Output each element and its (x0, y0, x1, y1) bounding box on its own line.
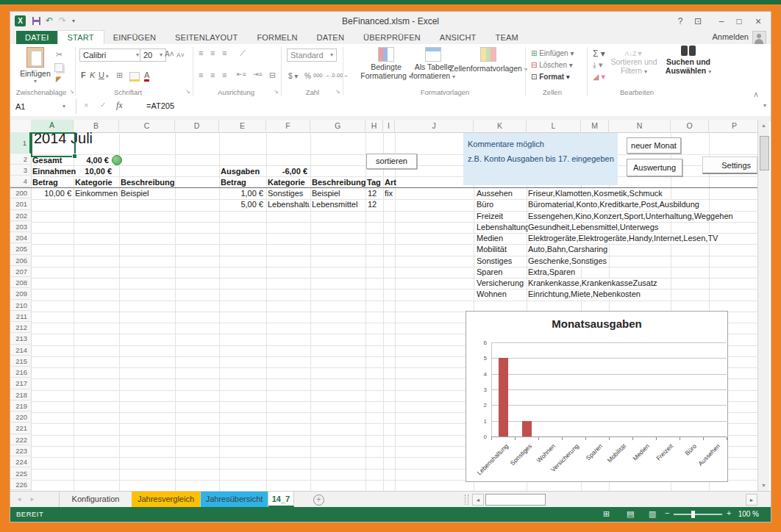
close-icon[interactable]: × (750, 15, 766, 28)
header-left-beschreibung[interactable]: Beschreibung (121, 178, 174, 187)
row-header-217[interactable]: 217 (10, 378, 30, 389)
increase-decimal-icon[interactable]: ←.0 (325, 72, 335, 79)
sheet-tab-14_7[interactable]: 14_7 (268, 492, 294, 507)
ribbon-tab-daten[interactable]: DATEN (307, 31, 354, 44)
row-header-204[interactable]: 204 (10, 233, 30, 243)
cell-g201-beschreibung[interactable]: Lebensmittel (312, 200, 357, 209)
page-break-view-icon[interactable]: ▥ (649, 509, 656, 519)
clipboard-dialog-launcher-icon[interactable]: ↘ (69, 88, 74, 95)
header-left-betrag[interactable]: Betrag (32, 178, 58, 187)
category-items[interactable]: Geschenke,Sonstiges (528, 256, 608, 266)
cell-styles-button[interactable]: Zellenformatvorlagen ▾ (446, 47, 531, 73)
category-items[interactable]: Essengehen,Kino,Konzert,Sport,Unterhaltu… (528, 212, 735, 221)
column-header-M[interactable]: M (581, 120, 609, 133)
ribbon-tab-start[interactable]: START (58, 31, 104, 44)
header-right-tag[interactable]: Tag (367, 178, 381, 187)
select-all-corner[interactable] (10, 120, 32, 133)
scroll-right-icon[interactable]: ► (746, 494, 757, 506)
cell-h201-tag[interactable]: 12 (368, 200, 377, 209)
category-items[interactable]: Extra,Sparen (528, 267, 577, 277)
grow-font-icon[interactable]: A˄ (165, 50, 174, 58)
neuer-monat-button[interactable]: neuer Monat (627, 137, 681, 154)
ribbon-tab-formeln[interactable]: FORMELN (247, 31, 307, 44)
font-dialog-launcher-icon[interactable]: ↘ (185, 88, 190, 95)
align-right-icon[interactable]: ≡ (222, 71, 227, 79)
formula-input[interactable]: =AT205 (146, 101, 174, 110)
settings-button[interactable]: Settings (702, 157, 757, 174)
row-header-208[interactable]: 208 (10, 278, 30, 288)
header-right-art[interactable]: Art (385, 178, 396, 187)
zoom-in-icon[interactable]: + (727, 508, 731, 517)
align-top-icon[interactable]: ≡ (199, 48, 203, 57)
ribbon-tab-überprüfen[interactable]: ÜBERPRÜFEN (354, 31, 430, 44)
category-name[interactable]: Versicherung (477, 278, 525, 288)
monatsausgaben-chart[interactable]: Monatsausgaben 0123456LebenshaltungSonst… (466, 311, 728, 482)
category-name[interactable]: Wohnen (477, 290, 508, 299)
row-header-218[interactable]: 218 (10, 390, 30, 400)
wrap-text-icon[interactable]: ⊟ (269, 71, 276, 80)
row-header-215[interactable]: 215 (10, 356, 30, 367)
font-color-icon[interactable]: A (144, 71, 149, 82)
help-icon[interactable]: ? (672, 15, 688, 28)
category-name[interactable]: Büro (477, 200, 495, 209)
row-header-224[interactable]: 224 (10, 457, 30, 467)
category-items[interactable]: Einrichtung,Miete,Nebenkosten (528, 290, 642, 299)
category-items[interactable]: Krankenkasse,KrankenkasseZusatz (528, 278, 658, 288)
row-header-207[interactable]: 207 (10, 267, 30, 277)
align-center-icon[interactable]: ≡ (210, 71, 215, 79)
column-header-O[interactable]: O (671, 120, 709, 133)
align-left-icon[interactable]: ≡ (199, 71, 203, 79)
sort-filter-button[interactable]: A↓Z▼ Sortieren und Filtern ▾ (607, 50, 660, 75)
underline-button[interactable]: U (99, 71, 104, 79)
fill-handle[interactable] (72, 154, 77, 159)
cell-c200-kategorie[interactable]: Einkommen (75, 189, 118, 198)
zoom-slider-track[interactable] (674, 514, 722, 515)
column-header-I[interactable]: I (383, 120, 395, 133)
cell-f200-kategorie[interactable]: Sonstiges (268, 189, 303, 198)
category-name[interactable]: Aussehen (477, 189, 514, 198)
vertical-scrollbar[interactable]: ▲ ▼ (757, 120, 769, 491)
scroll-down-icon[interactable]: ▼ (758, 483, 769, 488)
scroll-up-icon[interactable]: ▲ (758, 123, 769, 128)
header-right-beschreibung[interactable]: Beschreibung (312, 178, 365, 187)
underline-dropdown-icon[interactable]: ▾ (106, 73, 109, 79)
cell-d200-beschreibung[interactable]: Beispiel (121, 189, 149, 198)
paste-button[interactable]: Einfügen ▾ (16, 47, 54, 85)
category-items[interactable]: Büromaterial,Konto,Kreditkarte,Post,Ausb… (528, 200, 701, 209)
horizontal-scroll-thumb[interactable] (485, 494, 546, 506)
cell-e200-betrag[interactable]: 1,00 € (219, 189, 263, 198)
row-header-223[interactable]: 223 (10, 446, 30, 456)
cancel-entry-icon[interactable]: × (84, 101, 88, 109)
maximize-icon[interactable]: □ (731, 15, 747, 28)
tab-scroll-right-icon[interactable]: ► (29, 496, 35, 503)
name-box-dropdown-icon[interactable]: ▾ (63, 99, 65, 114)
currency-format-icon[interactable]: $ ▾ (288, 72, 298, 80)
ribbon-tab-seitenlayout[interactable]: SEITENLAYOUT (165, 31, 247, 44)
cut-icon[interactable]: ✂ (56, 50, 63, 60)
confirm-entry-icon[interactable]: ✓ (100, 101, 106, 109)
comma-format-icon[interactable]: 000 (313, 72, 323, 79)
cell-ausgaben-label[interactable]: Ausgaben (221, 167, 260, 176)
column-header-H[interactable]: H (365, 120, 383, 133)
category-items[interactable]: Gesundheit,Lebensmittel,Unterwegs (528, 223, 660, 232)
autosum-icon[interactable]: Σ ▾ (593, 48, 605, 59)
align-middle-icon[interactable]: ≡ (210, 48, 215, 57)
row-header-213[interactable]: 213 (10, 334, 30, 344)
cell-b200-betrag[interactable]: 10,00 € (31, 189, 71, 198)
find-select-button[interactable]: Suchen und Auswählen ▾ (660, 46, 716, 75)
shrink-font-icon[interactable]: A˅ (176, 51, 185, 59)
row-header-2[interactable]: 2 (10, 154, 30, 165)
sheet-tab-konfiguration[interactable]: Konfiguration (59, 492, 132, 507)
category-items[interactable]: Auto,Bahn,Carsharing (528, 245, 609, 254)
header-right-betrag[interactable]: Betrag (221, 178, 246, 187)
row-header-205[interactable]: 205 (10, 244, 30, 254)
column-header-K[interactable]: K (474, 120, 527, 133)
header-right-kategorie[interactable]: Kategorie (268, 178, 305, 187)
sheet-tab-jahresvergleich[interactable]: Jahresvergleich (132, 492, 201, 507)
copy-icon[interactable] (54, 63, 63, 72)
sheet-grid[interactable]: ABCDEFGHIJKLMNOP 12342002012022032042052… (10, 120, 757, 491)
ribbon-tab-einfügen[interactable]: EINFÜGEN (104, 31, 165, 44)
align-bottom-icon[interactable]: ≡ (222, 48, 227, 57)
column-header-C[interactable]: C (119, 120, 175, 133)
number-dialog-launcher-icon[interactable]: ↘ (335, 88, 340, 95)
